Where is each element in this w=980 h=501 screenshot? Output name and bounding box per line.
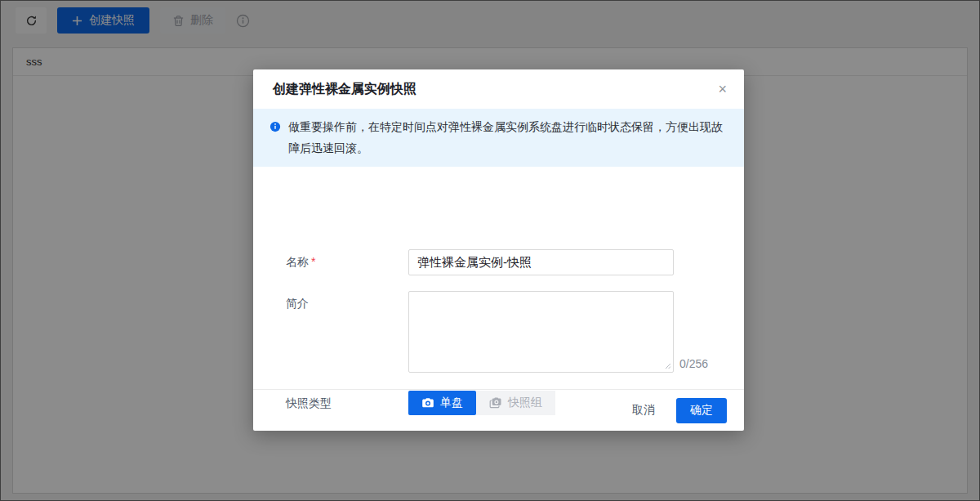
name-row: 名称* [253, 249, 744, 275]
char-counter: 0/256 [679, 358, 708, 373]
info-filled-icon [270, 121, 281, 132]
alert-message: 做重要操作前，在特定时间点对弹性裸金属实例系统盘进行临时状态保留，方便出现故障后… [288, 116, 728, 159]
dialog-footer: 取消 确定 [253, 389, 744, 431]
dialog-title: 创建弹性裸金属实例快照 [273, 81, 416, 98]
description-label: 简介 [286, 291, 408, 373]
name-input[interactable] [408, 249, 674, 275]
description-row: 简介 0/256 [253, 291, 744, 373]
name-label: 名称* [286, 249, 408, 275]
dialog-header: 创建弹性裸金属实例快照 × [253, 69, 744, 109]
required-mark: * [311, 255, 315, 268]
close-icon[interactable]: × [718, 82, 727, 96]
create-snapshot-dialog: 创建弹性裸金属实例快照 × 做重要操作前，在特定时间点对弹性裸金属实例系统盘进行… [253, 69, 744, 431]
confirm-button[interactable]: 确定 [676, 398, 727, 423]
info-alert: 做重要操作前，在特定时间点对弹性裸金属实例系统盘进行临时状态保留，方便出现故障后… [253, 109, 744, 167]
description-textarea[interactable] [408, 291, 674, 373]
cancel-button[interactable]: 取消 [632, 403, 655, 418]
snapshot-form: 名称* 简介 0/256 快照类型 单盘 [253, 230, 744, 415]
description-wrap: 0/256 [408, 291, 708, 373]
